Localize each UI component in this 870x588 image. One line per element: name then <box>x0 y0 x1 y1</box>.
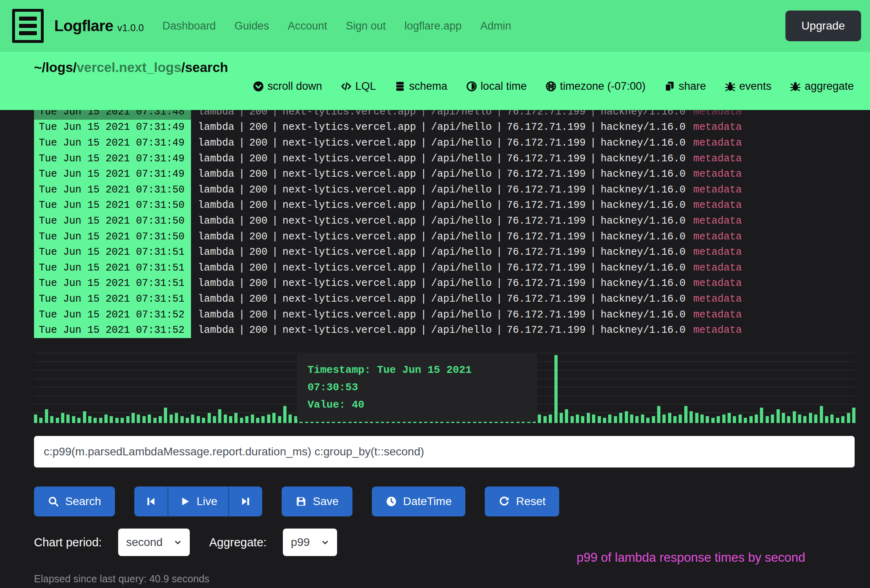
metadata-link[interactable]: metadata <box>693 246 742 258</box>
chart-bar[interactable] <box>153 418 157 423</box>
chart-bar[interactable] <box>733 416 736 423</box>
chart-bar[interactable] <box>72 416 75 423</box>
chart-bar[interactable] <box>256 418 259 423</box>
chart-bar[interactable] <box>641 415 644 423</box>
metadata-link[interactable]: metadata <box>693 262 742 274</box>
chart-bar[interactable] <box>164 408 167 423</box>
metadata-link[interactable]: metadata <box>693 215 742 227</box>
chart-bar[interactable] <box>110 416 113 423</box>
chart-bar[interactable] <box>614 416 617 423</box>
chart-bar[interactable] <box>820 406 823 423</box>
chart-bar[interactable] <box>565 409 568 423</box>
chart-bar[interactable] <box>711 418 715 423</box>
chart-bar[interactable] <box>261 416 265 423</box>
chart-bar[interactable] <box>603 418 606 423</box>
nav-link-account[interactable]: Account <box>288 20 327 32</box>
chart-bar[interactable] <box>213 416 216 423</box>
chart-bar[interactable] <box>272 413 276 423</box>
chart-bar[interactable] <box>93 418 97 423</box>
breadcrumb[interactable]: ~/logs/vercel.next_logs/search <box>34 60 854 75</box>
chart-bar[interactable] <box>218 409 221 423</box>
live-button[interactable]: Live <box>168 486 228 516</box>
metadata-link[interactable]: metadata <box>693 309 742 321</box>
nav-link-sign-out[interactable]: Sign out <box>346 20 386 32</box>
chart-bar[interactable] <box>608 415 611 423</box>
chart-bar[interactable] <box>56 418 59 423</box>
chart-bar[interactable] <box>34 415 37 423</box>
chart-bar[interactable] <box>635 416 639 423</box>
nav-link-logflare-app[interactable]: logflare.app <box>405 20 462 32</box>
metadata-link[interactable]: metadata <box>693 277 742 289</box>
chart-bar[interactable] <box>809 413 812 423</box>
nav-link-dashboard[interactable]: Dashboard <box>162 20 216 32</box>
chart-bar[interactable] <box>836 418 839 423</box>
chart-bar[interactable] <box>224 415 227 423</box>
chart-bar[interactable] <box>121 418 124 423</box>
chart-bar[interactable] <box>115 418 119 423</box>
chart-bar[interactable] <box>137 415 140 423</box>
chart-bar[interactable] <box>760 408 763 423</box>
chart-bar[interactable] <box>646 418 649 423</box>
chart-bar[interactable] <box>560 413 563 423</box>
tool-timezone-07-00-[interactable]: timezone (-07:00) <box>545 80 646 93</box>
chart-bar[interactable] <box>803 416 806 423</box>
chart-bar[interactable] <box>777 409 780 423</box>
chart-bar[interactable] <box>170 415 173 423</box>
chart-bar[interactable] <box>766 416 769 423</box>
chart-bar[interactable] <box>186 418 189 423</box>
chart-bar[interactable] <box>793 411 796 423</box>
chart-bar[interactable] <box>104 415 108 423</box>
chart-bar[interactable] <box>684 406 688 423</box>
metadata-link[interactable]: metadata <box>693 110 742 118</box>
chart-bar[interactable] <box>679 415 682 423</box>
chart-bar[interactable] <box>289 415 292 423</box>
chart-bar[interactable] <box>191 415 194 423</box>
chart-bar[interactable] <box>847 413 850 423</box>
chart-bar[interactable] <box>234 413 238 423</box>
search-button[interactable]: Search <box>34 486 115 516</box>
chart-bar[interactable] <box>66 415 70 423</box>
step-backward-button[interactable] <box>134 486 168 516</box>
chart-bar[interactable] <box>673 416 677 423</box>
nav-link-admin[interactable]: Admin <box>480 20 511 32</box>
chart-bar[interactable] <box>717 416 720 423</box>
chart-bar[interactable] <box>554 355 558 423</box>
metadata-link[interactable]: metadata <box>693 184 742 196</box>
chart-bar[interactable] <box>841 416 845 423</box>
chart-bar[interactable] <box>668 413 671 423</box>
chart-bar[interactable] <box>814 415 817 423</box>
chart-bar[interactable] <box>39 418 42 423</box>
chart-bar[interactable] <box>782 413 785 423</box>
chart-bar[interactable] <box>99 418 102 423</box>
datetime-button[interactable]: DateTime <box>372 486 465 516</box>
chart-bar[interactable] <box>592 415 595 423</box>
chart-bar[interactable] <box>722 415 726 423</box>
chart-bar[interactable] <box>657 406 660 423</box>
chart-bar[interactable] <box>175 413 178 423</box>
metadata-link[interactable]: metadata <box>693 153 742 165</box>
chart-bar[interactable] <box>825 416 828 423</box>
metadata-link[interactable]: metadata <box>693 231 742 243</box>
chart-bar[interactable] <box>728 413 731 423</box>
chart-bar[interactable] <box>278 416 281 423</box>
chart-bar[interactable] <box>700 415 704 423</box>
chart-bar[interactable] <box>549 415 552 423</box>
chart-bar[interactable] <box>543 416 547 423</box>
reset-button[interactable]: Reset <box>485 486 559 516</box>
tool-share[interactable]: share <box>664 80 706 93</box>
tool-aggregate[interactable]: aggregate <box>790 80 854 93</box>
chart-bar[interactable] <box>652 416 655 423</box>
upgrade-button[interactable]: Upgrade <box>785 11 861 41</box>
chart-bar[interactable] <box>45 409 48 423</box>
chart-bar[interactable] <box>571 416 574 423</box>
tool-local-time[interactable]: local time <box>466 80 527 93</box>
tool-events[interactable]: events <box>725 80 772 93</box>
nav-link-guides[interactable]: Guides <box>234 20 269 32</box>
chart-bar[interactable] <box>61 413 64 423</box>
chart-bar[interactable] <box>598 416 601 423</box>
chart-bar[interactable] <box>251 415 254 423</box>
tool-lql[interactable]: LQL <box>341 80 376 93</box>
metadata-link[interactable]: metadata <box>693 293 742 305</box>
chart-bar[interactable] <box>148 415 151 423</box>
chart-bar[interactable] <box>852 408 855 423</box>
